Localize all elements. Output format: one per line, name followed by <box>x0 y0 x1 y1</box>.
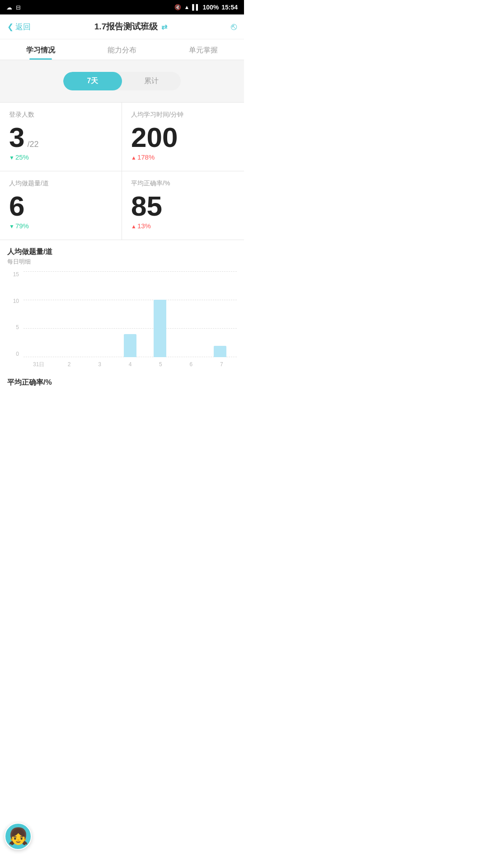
back-arrow-icon: ❮ <box>7 22 14 32</box>
y-label-0: 0 <box>16 351 19 357</box>
stat-study-time: 人均学习时间/分钟 200 178% <box>122 103 244 171</box>
x-label-3: 4 <box>115 358 145 371</box>
time-label: 15:54 <box>221 4 238 11</box>
bar-group-0 <box>25 271 55 357</box>
chart1-subtitle: 每日明细 <box>7 258 237 266</box>
page-title: 1.7报告测试班级 <box>94 21 158 33</box>
stats-grid: 登录人数 3 /22 25% 人均学习时间/分钟 200 178% 人均做题量/… <box>0 102 244 240</box>
stat-accuracy-value-row: 85 <box>131 192 235 220</box>
signal-icon: ▌▌ <box>192 4 200 10</box>
down-arrow-icon <box>9 153 14 161</box>
stat-login-change-value: 25% <box>15 153 29 161</box>
tab-ability[interactable]: 能力分布 <box>81 39 163 60</box>
chart1-yaxis: 15 10 5 0 <box>7 271 21 357</box>
header: ❮ 返回 1.7报告测试班级 ⇄ ⎋ <box>0 14 244 39</box>
stat-questions-value-row: 6 <box>9 192 113 220</box>
x-label-0: 31日 <box>23 358 54 371</box>
period-7days[interactable]: 7天 <box>63 72 122 90</box>
bar-4 <box>154 300 166 357</box>
y-label-15: 15 <box>13 271 19 278</box>
stat-login-value-row: 3 /22 <box>9 123 113 151</box>
cloud-icon: ☁ <box>6 4 12 11</box>
y-label-10: 10 <box>13 298 19 304</box>
bar-group-2 <box>85 271 115 357</box>
x-label-1: 2 <box>54 358 84 371</box>
chart1-area: 15 10 5 0 31日234567 <box>7 271 237 371</box>
stat-accuracy: 平均正确率/% 85 13% <box>122 171 244 240</box>
chart1-xaxis: 31日234567 <box>23 358 237 371</box>
stat-questions: 人均做题量/道 6 79% <box>0 171 122 240</box>
stat-study-time-number: 200 <box>131 123 178 151</box>
down-arrow2-icon <box>9 222 14 230</box>
stat-questions-change-value: 79% <box>15 222 29 230</box>
image-icon: ⊟ <box>16 4 21 11</box>
bar-3 <box>124 334 136 357</box>
chart1-bars <box>23 271 237 357</box>
stat-login-number: 3 <box>9 123 24 151</box>
stat-accuracy-label: 平均正确率/% <box>131 179 235 188</box>
chart-questions-section: 人均做题量/道 每日明细 15 10 5 0 31日234567 <box>0 240 244 371</box>
stat-accuracy-change: 13% <box>131 222 235 230</box>
period-cumulative[interactable]: 累计 <box>122 72 181 90</box>
stat-questions-label: 人均做题量/道 <box>9 179 113 188</box>
shuffle-icon[interactable]: ⇄ <box>161 23 167 31</box>
x-label-6: 7 <box>206 358 237 371</box>
x-label-5: 6 <box>176 358 206 371</box>
stat-questions-number: 6 <box>9 192 24 220</box>
stat-login-count: 登录人数 3 /22 25% <box>0 103 122 171</box>
bar-group-5 <box>175 271 205 357</box>
bar-group-3 <box>115 271 145 357</box>
battery-label: 100% <box>202 4 219 11</box>
stat-study-time-value-row: 200 <box>131 123 235 151</box>
up-arrow-icon <box>131 153 136 161</box>
main-tabs: 学习情况 能力分布 单元掌握 <box>0 39 244 60</box>
status-left-icons: ☁ ⊟ <box>6 4 21 11</box>
stat-login-sub: /22 <box>27 140 38 149</box>
stat-study-time-change-value: 178% <box>137 153 155 161</box>
x-label-4: 5 <box>145 358 176 371</box>
bar-6 <box>214 346 226 357</box>
page-title-group: 1.7报告测试班级 ⇄ <box>94 21 167 33</box>
stat-accuracy-change-value: 13% <box>137 222 151 230</box>
x-label-2: 3 <box>84 358 115 371</box>
wifi-icon: ▲ <box>184 4 189 10</box>
stat-study-time-label: 人均学习时间/分钟 <box>131 111 235 119</box>
stat-login-change: 25% <box>9 153 113 161</box>
status-bar: ☁ ⊟ 🔇 ▲ ▌▌ 100% 15:54 <box>0 0 244 14</box>
tab-unit[interactable]: 单元掌握 <box>163 39 244 60</box>
mute-icon: 🔇 <box>174 4 181 10</box>
stat-study-time-change: 178% <box>131 153 235 161</box>
tab-learning[interactable]: 学习情况 <box>0 39 81 60</box>
stat-accuracy-number: 85 <box>131 192 162 220</box>
y-label-5: 5 <box>16 324 19 330</box>
chart1-title: 人均做题量/道 <box>7 247 237 257</box>
back-label: 返回 <box>15 22 31 32</box>
back-button[interactable]: ❮ 返回 <box>7 22 31 32</box>
bar-group-6 <box>205 271 235 357</box>
chart2-section: 平均正确率/% <box>0 371 244 387</box>
chart2-title: 平均正确率/% <box>7 378 237 387</box>
status-right-info: 🔇 ▲ ▌▌ 100% 15:54 <box>174 4 238 11</box>
share-icon[interactable]: ⎋ <box>231 21 237 33</box>
stat-questions-change: 79% <box>9 222 113 230</box>
period-toggle: 7天 累计 <box>63 72 181 90</box>
up-arrow2-icon <box>131 222 136 230</box>
bar-group-1 <box>55 271 85 357</box>
stat-login-label: 登录人数 <box>9 111 113 119</box>
bar-group-4 <box>145 271 175 357</box>
